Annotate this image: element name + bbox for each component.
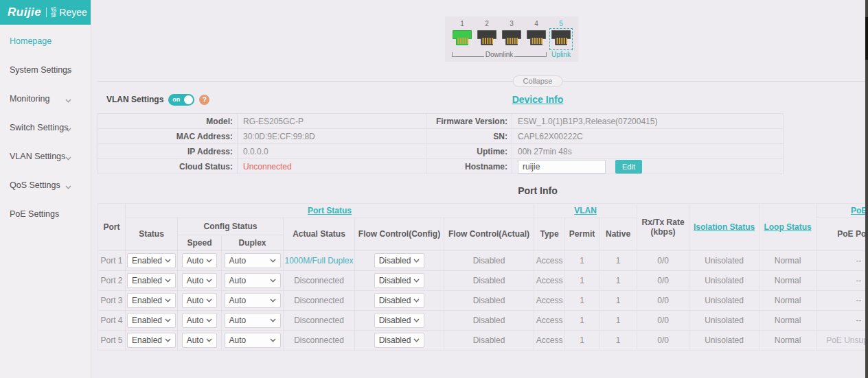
main-area: 12345 Downlink Uplink Collapse VLAN Sett… [91,0,868,378]
sidebar-item-poe-settings[interactable]: PoE Settings [0,200,91,228]
rj45-port-icon [476,29,498,49]
port-5-uplink-icon[interactable]: 5 [551,20,571,49]
port-3-icon[interactable]: 3 [501,20,522,49]
poe-power: PoE Unsupported [816,331,868,351]
device-info-link[interactable]: Device Info [512,94,564,105]
vlan-settings-label: VLAN Settings [106,95,163,104]
port3-duplex-select[interactable]: Auto [225,293,281,308]
sidebar: Ruijie 锐捷 Reyee HomepageSystem SettingsM… [0,0,91,378]
port4-flow-control-select[interactable]: Disabled [374,313,425,328]
poe-link[interactable]: PoE [851,206,867,215]
port-2-icon[interactable]: 2 [477,20,497,49]
hostname-label: Hostname: [426,159,512,174]
port2-duplex-select[interactable]: Auto [225,273,281,288]
port5-status-select[interactable]: Enabled [127,333,176,348]
downlink-label: Downlink [484,50,515,59]
sidebar-item-monitoring[interactable]: Monitoring [0,84,91,113]
vlan-native: 1 [599,311,637,331]
flow-control-actual: Disabled [444,251,534,271]
port1-flow-control-select[interactable]: Disabled [374,253,425,268]
edit-hostname-button[interactable]: Edit [615,160,642,174]
device-info-row: IP Address: 0.0.0.0 Uptime: 00h 27min 48… [98,144,784,159]
port3-speed-select[interactable]: Auto [182,293,218,308]
vlan-permit: 1 [565,331,599,351]
loop-status-link[interactable]: Loop Status [764,222,811,232]
logo-divider [46,8,47,17]
col-actual-status: Actual Status [284,217,355,251]
collapse-button[interactable]: Collapse [513,75,563,87]
port5-duplex-select[interactable]: Auto [225,333,281,348]
flow-control-actual: Disabled [444,271,534,291]
port3-flow-control-select[interactable]: Disabled [374,293,425,308]
col-rxtx-rate: Rx/Tx Rate (kbps) [637,204,689,251]
actual-status: 1000M/Full Duplex [284,251,355,271]
port2-flow-control-select[interactable]: Disabled [374,273,425,288]
vlan-type: Access [534,331,565,351]
help-icon[interactable]: ? [199,95,209,105]
sidebar-item-qos-settings[interactable]: QoS Settings [0,171,91,200]
vlan-native: 1 [599,291,637,311]
port1-status-select[interactable]: Enabled [127,253,176,268]
flow-control-actual: Disabled [444,331,534,351]
port-4-icon[interactable]: 4 [526,20,547,49]
sidebar-item-homepage[interactable]: Homepage [0,27,91,56]
col-loop-status: Loop Status [760,204,816,251]
cloud-status-label: Cloud Status: [98,159,238,174]
port-icons: 12345 [452,20,571,49]
port4-status-select[interactable]: Enabled [127,313,176,328]
sidebar-item-vlan-settings[interactable]: VLAN Settings [0,142,91,171]
vlan-permit: 1 [565,271,599,291]
loop-status: Normal [760,291,816,311]
reyee-logo-text: Reyee [59,7,87,18]
isolation-status: Unisolated [689,271,760,291]
hostname-input[interactable] [518,160,606,174]
rj45-port-icon [525,29,547,49]
poe-power: -- [816,291,868,311]
actual-status: Disconnected [284,331,355,351]
port-1-icon[interactable]: 1 [452,20,472,49]
sidebar-item-system-settings[interactable]: System Settings [0,56,91,84]
port5-speed-select[interactable]: Auto [182,333,218,348]
vlan-link[interactable]: VLAN [574,206,597,215]
isolation-status: Unisolated [689,311,760,331]
device-panel-section: 12345 Downlink Uplink Collapse [98,0,868,82]
port4-duplex-select[interactable]: Auto [225,313,281,328]
vlan-permit: 1 [565,291,599,311]
isolation-status-link[interactable]: Isolation Status [694,222,755,232]
rxtx-rate: 0/0 [637,271,689,291]
port-row-5: Port 5EnabledAutoAutoDisconnectedDisable… [98,331,868,351]
sn-value: CAPL62X00222C [512,129,784,144]
vlan-settings-toggle[interactable]: on [168,94,194,106]
vlan-type: Access [534,311,565,331]
loop-status: Normal [760,251,816,271]
port1-duplex-select[interactable]: Auto [225,253,281,268]
cloud-status-value: Unconnected [238,159,426,174]
vertical-scrollbar[interactable] [865,0,868,378]
rxtx-rate: 0/0 [637,291,689,311]
model-label: Model: [98,114,238,129]
port5-flow-control-select[interactable]: Disabled [374,333,425,348]
scrollbar-thumb[interactable] [865,17,868,60]
col-status: Status [126,217,178,251]
col-vlan: VLAN [534,204,637,217]
toggle-on-label: on [172,96,180,103]
port-name: Port 4 [98,311,126,331]
vlan-native: 1 [599,251,637,271]
col-speed: Speed [178,235,222,251]
col-config-status: Config Status [178,217,284,235]
port4-speed-select[interactable]: Auto [182,313,218,328]
port1-speed-select[interactable]: Auto [182,253,218,268]
poe-power: -- [816,271,868,291]
port3-status-select[interactable]: Enabled [127,293,176,308]
port-group-labels: Downlink Uplink [452,50,571,59]
port2-speed-select[interactable]: Auto [182,273,218,288]
port2-status-select[interactable]: Enabled [127,273,176,288]
rxtx-rate: 0/0 [637,311,689,331]
device-info-row: MAC Address: 30:0D:9E:CF:99:8D SN: CAPL6… [98,129,784,144]
port-status-link[interactable]: Port Status [308,206,352,215]
col-poe-power: PoE Power [816,217,868,251]
toggle-knob [184,95,193,104]
sidebar-item-switch-settings[interactable]: Switch Settings [0,113,91,142]
loop-status: Normal [760,311,816,331]
mac-label: MAC Address: [98,129,238,144]
